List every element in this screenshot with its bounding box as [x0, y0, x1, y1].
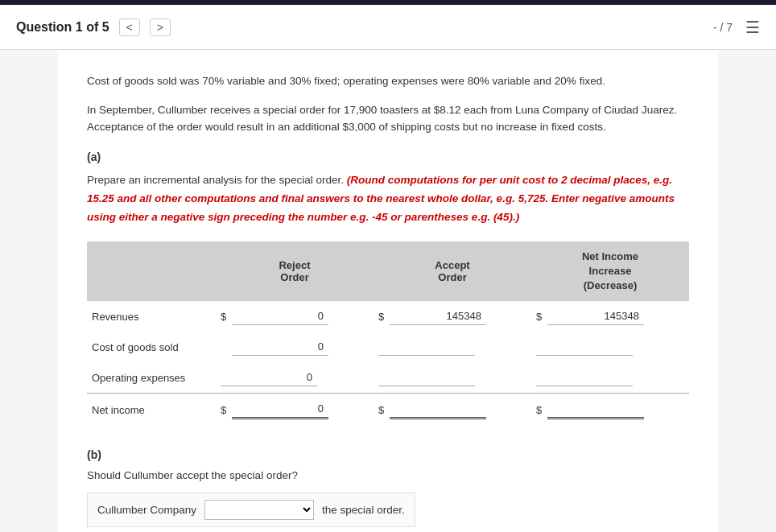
net-cogs-input[interactable]: [536, 338, 633, 356]
accept-revenues-input[interactable]: [390, 307, 486, 325]
reject-net-dollar: $: [221, 404, 229, 416]
accept-net-input[interactable]: [390, 400, 486, 419]
accept-cogs-cell: [374, 332, 531, 362]
table-row-net-income: Net income $ $ $: [87, 394, 689, 427]
row-label-opex: Operating expenses: [87, 362, 216, 394]
accept-dropdown[interactable]: should accept should not accept: [204, 500, 314, 520]
analysis-table: RejectOrder AcceptOrder Net IncomeIncrea…: [87, 241, 689, 427]
dropdown-row: Cullumber Company should accept should n…: [87, 493, 415, 527]
net-revenues-input[interactable]: [547, 307, 644, 325]
net-opex-input[interactable]: [536, 369, 633, 386]
instruction-normal: Prepare an incremental analysis for the …: [87, 174, 347, 186]
net-opex-cell: [531, 362, 689, 394]
section-b: (b) Should Cullumber accept the special …: [87, 448, 689, 527]
net-cogs-cell: [531, 332, 689, 362]
table-row: Revenues $ $ $: [87, 301, 689, 332]
accept-net-dollar: $: [378, 404, 386, 416]
reject-net-input[interactable]: [232, 400, 328, 419]
reject-net-cell: $: [216, 394, 374, 427]
reject-opex-cell: [216, 362, 374, 394]
reject-cogs-input[interactable]: [232, 338, 328, 356]
accept-revenues-dollar: $: [378, 311, 386, 323]
col1-header: [87, 241, 216, 302]
col2-header: RejectOrder: [216, 241, 374, 302]
menu-icon[interactable]: ☰: [745, 18, 760, 37]
row-label-revenues: Revenues: [87, 301, 216, 332]
reject-revenues-cell: $: [216, 301, 374, 332]
accept-opex-cell: [374, 362, 531, 394]
accept-opex-input[interactable]: [378, 369, 475, 386]
accept-revenues-cell: $: [374, 301, 531, 332]
net-revenues-dollar: $: [536, 311, 544, 323]
intro-line2: In September, Cullumber receives a speci…: [87, 101, 689, 136]
table-row: Cost of goods sold: [87, 332, 689, 362]
col3-header: AcceptOrder: [374, 241, 531, 302]
row-label-cogs: Cost of goods sold: [87, 332, 216, 362]
accept-net-cell: $: [374, 394, 531, 427]
row-label-net-income: Net income: [87, 394, 216, 427]
col4-header: Net IncomeIncrease(Decrease): [531, 241, 689, 302]
net-revenues-cell: $: [531, 301, 689, 332]
dropdown-suffix: the special order.: [322, 504, 405, 516]
net-net-dollar: $: [536, 404, 544, 416]
prev-button[interactable]: <: [119, 19, 140, 36]
reject-revenues-input[interactable]: [232, 307, 328, 325]
question-label: Question 1 of 5: [16, 20, 109, 35]
reject-revenues-dollar: $: [221, 311, 229, 323]
table-row: Operating expenses: [87, 362, 689, 394]
next-button[interactable]: >: [150, 19, 171, 36]
section-b-label: (b): [87, 448, 689, 461]
section-a-label: (a): [87, 151, 689, 163]
net-net-input[interactable]: [547, 400, 644, 419]
section-b-question: Should Cullumber accept the special orde…: [87, 469, 689, 481]
header-left: Question 1 of 5 < >: [16, 19, 171, 36]
instruction-text: Prepare an incremental analysis for the …: [87, 171, 689, 227]
page-indicator: - / 7: [713, 21, 733, 34]
intro-line1: Cost of goods sold was 70% variable and …: [87, 72, 689, 90]
reject-opex-input[interactable]: [221, 369, 317, 386]
accept-cogs-input[interactable]: [378, 338, 475, 356]
dropdown-prefix: Cullumber Company: [97, 504, 196, 516]
main-content: Cost of goods sold was 70% variable and …: [58, 50, 718, 532]
net-net-cell: $: [531, 394, 689, 427]
header-right: - / 7 ☰: [713, 18, 760, 37]
reject-cogs-cell: [216, 332, 374, 362]
header: Question 1 of 5 < > - / 7 ☰: [0, 5, 776, 50]
